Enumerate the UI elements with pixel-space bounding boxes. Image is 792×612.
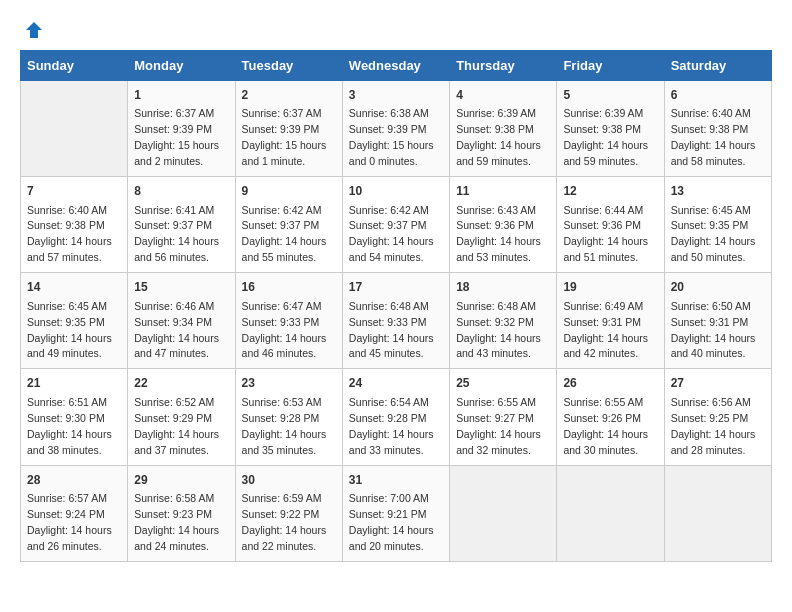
sunrise: Sunrise: 6:46 AM — [134, 300, 214, 312]
day-number: 22 — [134, 375, 228, 392]
day-cell: 6 Sunrise: 6:40 AM Sunset: 9:38 PM Dayli… — [664, 81, 771, 177]
page-header — [20, 20, 772, 40]
day-cell: 19 Sunrise: 6:49 AM Sunset: 9:31 PM Dayl… — [557, 273, 664, 369]
sunset: Sunset: 9:33 PM — [242, 316, 320, 328]
sunset: Sunset: 9:36 PM — [456, 219, 534, 231]
day-number: 30 — [242, 472, 336, 489]
day-cell — [450, 465, 557, 561]
sunrise: Sunrise: 6:49 AM — [563, 300, 643, 312]
logo — [20, 20, 48, 40]
sunset: Sunset: 9:24 PM — [27, 508, 105, 520]
sunset: Sunset: 9:38 PM — [27, 219, 105, 231]
sunrise: Sunrise: 6:42 AM — [349, 204, 429, 216]
daylight: Daylight: 15 hours and 0 minutes. — [349, 139, 434, 167]
daylight: Daylight: 14 hours and 49 minutes. — [27, 332, 112, 360]
sunset: Sunset: 9:37 PM — [134, 219, 212, 231]
sunrise: Sunrise: 6:40 AM — [671, 107, 751, 119]
day-number: 19 — [563, 279, 657, 296]
sunset: Sunset: 9:33 PM — [349, 316, 427, 328]
sunrise: Sunrise: 6:51 AM — [27, 396, 107, 408]
calendar-body: 1 Sunrise: 6:37 AM Sunset: 9:39 PM Dayli… — [21, 81, 772, 562]
day-number: 8 — [134, 183, 228, 200]
sunset: Sunset: 9:38 PM — [563, 123, 641, 135]
daylight: Daylight: 14 hours and 43 minutes. — [456, 332, 541, 360]
sunrise: Sunrise: 6:47 AM — [242, 300, 322, 312]
day-cell: 12 Sunrise: 6:44 AM Sunset: 9:36 PM Dayl… — [557, 177, 664, 273]
day-cell: 9 Sunrise: 6:42 AM Sunset: 9:37 PM Dayli… — [235, 177, 342, 273]
daylight: Daylight: 14 hours and 51 minutes. — [563, 235, 648, 263]
day-cell — [21, 81, 128, 177]
day-number: 11 — [456, 183, 550, 200]
daylight: Daylight: 14 hours and 30 minutes. — [563, 428, 648, 456]
day-cell: 17 Sunrise: 6:48 AM Sunset: 9:33 PM Dayl… — [342, 273, 449, 369]
day-number: 27 — [671, 375, 765, 392]
day-cell: 2 Sunrise: 6:37 AM Sunset: 9:39 PM Dayli… — [235, 81, 342, 177]
day-cell: 11 Sunrise: 6:43 AM Sunset: 9:36 PM Dayl… — [450, 177, 557, 273]
sunset: Sunset: 9:23 PM — [134, 508, 212, 520]
sunrise: Sunrise: 7:00 AM — [349, 492, 429, 504]
sunrise: Sunrise: 6:40 AM — [27, 204, 107, 216]
sunrise: Sunrise: 6:44 AM — [563, 204, 643, 216]
day-cell: 7 Sunrise: 6:40 AM Sunset: 9:38 PM Dayli… — [21, 177, 128, 273]
week-row-4: 21 Sunrise: 6:51 AM Sunset: 9:30 PM Dayl… — [21, 369, 772, 465]
day-number: 21 — [27, 375, 121, 392]
daylight: Daylight: 14 hours and 45 minutes. — [349, 332, 434, 360]
day-cell: 13 Sunrise: 6:45 AM Sunset: 9:35 PM Dayl… — [664, 177, 771, 273]
week-row-3: 14 Sunrise: 6:45 AM Sunset: 9:35 PM Dayl… — [21, 273, 772, 369]
calendar-header: SundayMondayTuesdayWednesdayThursdayFrid… — [21, 51, 772, 81]
sunset: Sunset: 9:34 PM — [134, 316, 212, 328]
day-cell: 24 Sunrise: 6:54 AM Sunset: 9:28 PM Dayl… — [342, 369, 449, 465]
day-cell: 8 Sunrise: 6:41 AM Sunset: 9:37 PM Dayli… — [128, 177, 235, 273]
day-number: 15 — [134, 279, 228, 296]
daylight: Daylight: 15 hours and 2 minutes. — [134, 139, 219, 167]
column-header-sunday: Sunday — [21, 51, 128, 81]
sunset: Sunset: 9:26 PM — [563, 412, 641, 424]
header-row: SundayMondayTuesdayWednesdayThursdayFrid… — [21, 51, 772, 81]
sunset: Sunset: 9:35 PM — [671, 219, 749, 231]
sunset: Sunset: 9:27 PM — [456, 412, 534, 424]
sunrise: Sunrise: 6:57 AM — [27, 492, 107, 504]
daylight: Daylight: 14 hours and 35 minutes. — [242, 428, 327, 456]
day-cell: 29 Sunrise: 6:58 AM Sunset: 9:23 PM Dayl… — [128, 465, 235, 561]
daylight: Daylight: 14 hours and 33 minutes. — [349, 428, 434, 456]
day-cell: 30 Sunrise: 6:59 AM Sunset: 9:22 PM Dayl… — [235, 465, 342, 561]
day-number: 25 — [456, 375, 550, 392]
daylight: Daylight: 14 hours and 46 minutes. — [242, 332, 327, 360]
sunset: Sunset: 9:22 PM — [242, 508, 320, 520]
sunset: Sunset: 9:35 PM — [27, 316, 105, 328]
day-cell: 16 Sunrise: 6:47 AM Sunset: 9:33 PM Dayl… — [235, 273, 342, 369]
day-number: 24 — [349, 375, 443, 392]
daylight: Daylight: 14 hours and 26 minutes. — [27, 524, 112, 552]
daylight: Daylight: 14 hours and 50 minutes. — [671, 235, 756, 263]
day-cell: 15 Sunrise: 6:46 AM Sunset: 9:34 PM Dayl… — [128, 273, 235, 369]
daylight: Daylight: 15 hours and 1 minute. — [242, 139, 327, 167]
sunrise: Sunrise: 6:50 AM — [671, 300, 751, 312]
sunrise: Sunrise: 6:56 AM — [671, 396, 751, 408]
daylight: Daylight: 14 hours and 32 minutes. — [456, 428, 541, 456]
day-cell: 27 Sunrise: 6:56 AM Sunset: 9:25 PM Dayl… — [664, 369, 771, 465]
daylight: Daylight: 14 hours and 38 minutes. — [27, 428, 112, 456]
daylight: Daylight: 14 hours and 58 minutes. — [671, 139, 756, 167]
week-row-1: 1 Sunrise: 6:37 AM Sunset: 9:39 PM Dayli… — [21, 81, 772, 177]
daylight: Daylight: 14 hours and 20 minutes. — [349, 524, 434, 552]
week-row-2: 7 Sunrise: 6:40 AM Sunset: 9:38 PM Dayli… — [21, 177, 772, 273]
sunset: Sunset: 9:39 PM — [242, 123, 320, 135]
sunrise: Sunrise: 6:53 AM — [242, 396, 322, 408]
day-cell: 25 Sunrise: 6:55 AM Sunset: 9:27 PM Dayl… — [450, 369, 557, 465]
column-header-wednesday: Wednesday — [342, 51, 449, 81]
column-header-tuesday: Tuesday — [235, 51, 342, 81]
day-number: 2 — [242, 87, 336, 104]
sunrise: Sunrise: 6:54 AM — [349, 396, 429, 408]
daylight: Daylight: 14 hours and 53 minutes. — [456, 235, 541, 263]
sunrise: Sunrise: 6:43 AM — [456, 204, 536, 216]
day-cell: 20 Sunrise: 6:50 AM Sunset: 9:31 PM Dayl… — [664, 273, 771, 369]
sunset: Sunset: 9:28 PM — [349, 412, 427, 424]
day-number: 12 — [563, 183, 657, 200]
daylight: Daylight: 14 hours and 24 minutes. — [134, 524, 219, 552]
day-cell: 10 Sunrise: 6:42 AM Sunset: 9:37 PM Dayl… — [342, 177, 449, 273]
logo-icon — [24, 20, 44, 40]
day-number: 29 — [134, 472, 228, 489]
daylight: Daylight: 14 hours and 59 minutes. — [456, 139, 541, 167]
sunset: Sunset: 9:37 PM — [349, 219, 427, 231]
daylight: Daylight: 14 hours and 22 minutes. — [242, 524, 327, 552]
